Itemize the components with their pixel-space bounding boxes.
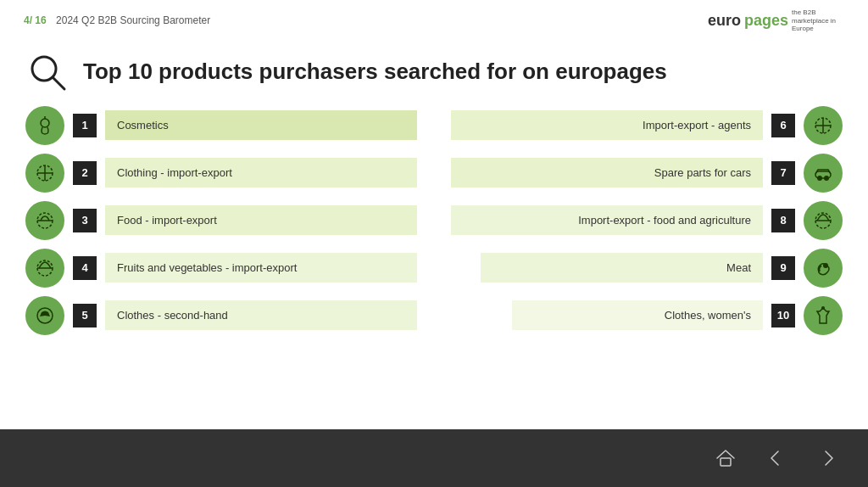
home-button[interactable] [710,443,741,473]
list-item: 2 Clothing - import-export [25,154,417,193]
icon-clothes-women [804,296,843,335]
list-item: Import-export - agents 6 [451,106,843,145]
footer [0,429,868,487]
rank-badge-9: 9 [771,256,795,280]
list-item: 4 Fruits and vegetables - import-export [25,249,417,288]
icon-cosmetics [25,106,64,145]
slide-info: 4/ 16 2024 Q2 B2B Sourcing Barometer [17,14,210,26]
bar-label-6: Import-export - agents [451,110,763,140]
list-item: Import-export - food and agriculture 8 [451,201,843,240]
svg-point-20 [823,263,828,268]
rank-badge-10: 10 [771,304,795,327]
logo-tagline: the B2B marketplace in Europe [792,8,851,33]
icon-spare-parts [804,154,843,193]
icon-import-agents [804,106,843,145]
logo-pages: pages [744,12,788,30]
rank-badge-5: 5 [73,304,97,327]
icon-clothes-secondhand [25,296,64,335]
rank-badge-2: 2 [73,161,97,185]
svg-point-2 [41,119,49,127]
rank-badge-7: 7 [771,161,795,185]
bar-label-3: Food - import-export [105,205,417,235]
bar-label-4: Fruits and vegetables - import-export [105,253,417,283]
logo-euro: euro [708,12,741,30]
bar-label-1: Cosmetics [105,110,417,140]
svg-line-1 [53,77,64,89]
bar-label-5: Clothes - second-hand [105,300,417,330]
svg-rect-22 [721,458,731,466]
rank-badge-8: 8 [771,209,795,232]
bar-label-8: Import-export - food and agriculture [451,205,763,235]
prev-button[interactable] [761,443,792,473]
slide-number: 4/ 16 [24,14,47,26]
svg-point-17 [824,176,829,181]
search-icon [25,50,70,94]
rank-badge-1: 1 [73,114,97,137]
icon-fruits [25,249,64,288]
bar-label-9: Meat [481,253,763,283]
rank-badge-4: 4 [73,256,97,280]
icon-clothing [25,154,64,193]
rank-badge-3: 3 [73,209,97,232]
list-item: Clothes, women's 10 [451,296,843,335]
right-column: Import-export - agents 6 Spare parts for… [451,106,843,335]
icon-food [25,201,64,240]
bar-label-2: Clothing - import-export [105,158,417,188]
icon-meat [804,249,843,288]
content-area: 1 Cosmetics 2 Clothing - import-export 3… [0,106,868,335]
svg-point-21 [821,306,825,310]
svg-point-16 [817,176,822,181]
barometer-title: 2024 Q2 B2B Sourcing Barometer [56,14,210,26]
rank-badge-6: 6 [771,114,795,137]
bar-label-7: Spare parts for cars [451,158,763,188]
bar-label-10: Clothes, women's [512,300,763,330]
header: 4/ 16 2024 Q2 B2B Sourcing Barometer eur… [0,0,868,42]
list-item: 1 Cosmetics [25,106,417,145]
list-item: Spare parts for cars 7 [451,154,843,193]
list-item: Meat 9 [451,249,843,288]
list-item: 3 Food - import-export [25,201,417,240]
next-button[interactable] [812,443,843,473]
logo: europages the B2B marketplace in Europe [708,8,851,33]
title-section: Top 10 products purchasers searched for … [0,42,868,106]
icon-food-agriculture [804,201,843,240]
left-column: 1 Cosmetics 2 Clothing - import-export 3… [25,106,417,335]
list-item: 5 Clothes - second-hand [25,296,417,335]
page-title: Top 10 products purchasers searched for … [83,59,667,85]
